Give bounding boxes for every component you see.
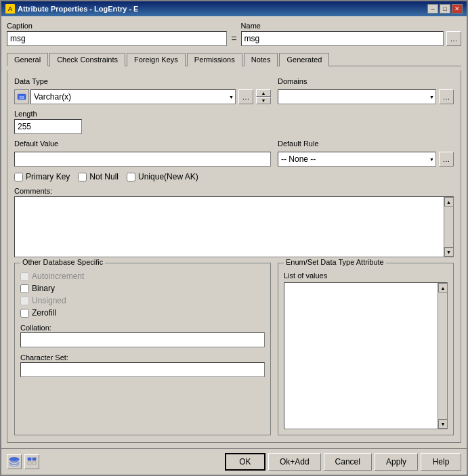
- minimize-button[interactable]: –: [427, 4, 438, 14]
- comments-wrapper: ▲ ▼: [14, 196, 454, 257]
- datatype-select[interactable]: Varchar(x): [30, 89, 236, 104]
- caption-input[interactable]: [7, 31, 227, 46]
- zerofill-item: Zerofill: [20, 308, 265, 318]
- title-bar: A Attribute Properties - LogEntry - E – …: [1, 1, 467, 16]
- caption-label: Caption: [7, 22, 227, 30]
- comments-scrollbar: ▲ ▼: [444, 197, 453, 257]
- datatype-browse-btn[interactable]: …: [238, 89, 253, 104]
- unique-checkbox[interactable]: [127, 173, 135, 181]
- help-button[interactable]: Help: [421, 453, 461, 471]
- maximize-button[interactable]: □: [440, 4, 450, 14]
- db-icon-btn[interactable]: [7, 454, 22, 469]
- default-rule-browse-btn[interactable]: …: [439, 152, 454, 167]
- equals-sign: =: [231, 33, 236, 44]
- data-type-label: Data Type: [14, 77, 271, 85]
- zerofill-label: Zerofill: [32, 308, 56, 318]
- other-db-title: Other Database Specific: [20, 258, 105, 266]
- svg-rect-6: [28, 462, 31, 464]
- svg-rect-4: [28, 458, 31, 460]
- scroll-track: [444, 207, 453, 247]
- close-button[interactable]: ✕: [452, 4, 463, 14]
- caption-name-row: Caption = Name …: [7, 22, 461, 46]
- enum-set-section: Enum/Set Data Type Attribute List of val…: [278, 263, 454, 435]
- domains-label: Domains: [278, 77, 454, 85]
- name-input[interactable]: [241, 31, 444, 46]
- scroll-down-btn[interactable]: ▼: [444, 247, 454, 257]
- window-icon: A: [5, 4, 15, 14]
- name-browse-button[interactable]: …: [446, 31, 461, 46]
- ok-add-button[interactable]: Ok+Add: [268, 453, 321, 471]
- svg-rect-7: [33, 462, 36, 464]
- tab-content-general: Data Type DB Varchar(x): [7, 70, 461, 443]
- datatype-icon: DB: [14, 89, 29, 104]
- comments-label: Comments:: [14, 187, 454, 195]
- collation-input[interactable]: [20, 332, 265, 347]
- defaults-row: Default Value Default Rule -- None -- …: [14, 139, 454, 167]
- bottom-bar: OK Ok+Add Cancel Apply Help: [1, 448, 467, 475]
- default-rule-row: -- None -- …: [278, 152, 454, 167]
- title-bar-left: A Attribute Properties - LogEntry - E: [5, 4, 138, 14]
- name-label: Name: [241, 22, 461, 30]
- window-title: Attribute Properties - LogEntry - E: [18, 5, 138, 13]
- list-scroll-up[interactable]: ▲: [438, 283, 448, 293]
- unsigned-label: Unsigned: [32, 296, 66, 305]
- ok-button[interactable]: OK: [225, 453, 265, 471]
- not-null-checkbox[interactable]: [78, 173, 87, 181]
- comments-area: Comments: ▲ ▼: [14, 187, 454, 257]
- autoincrement-item: Autoincrement: [20, 272, 265, 281]
- domains-row: …: [278, 89, 454, 104]
- list-scroll-track: [438, 293, 447, 419]
- not-null-label: Not Null: [89, 172, 119, 181]
- tab-generated[interactable]: Generated: [279, 53, 329, 66]
- cancel-button[interactable]: Cancel: [324, 453, 372, 471]
- grid-icon-btn[interactable]: [24, 454, 39, 469]
- charset-input[interactable]: [20, 362, 265, 377]
- svg-rect-5: [33, 458, 36, 460]
- binary-checkbox[interactable]: [20, 284, 29, 293]
- tab-check-constraints[interactable]: Check Constraints: [49, 53, 125, 66]
- default-value-input[interactable]: [14, 152, 271, 167]
- unique-item: Unique(New AK): [127, 172, 198, 181]
- default-rule-select[interactable]: -- None --: [278, 152, 436, 167]
- default-rule-select-wrapper[interactable]: -- None --: [278, 152, 436, 167]
- charset-group: Character Set:: [20, 353, 265, 377]
- checkboxes-row: Primary Key Not Null Unique(New AK): [14, 172, 454, 181]
- charset-label: Character Set:: [20, 353, 68, 362]
- tab-general[interactable]: General: [7, 53, 48, 66]
- list-scroll-down[interactable]: ▼: [438, 419, 448, 429]
- datatype-select-wrapper[interactable]: Varchar(x): [30, 89, 236, 104]
- primary-key-checkbox[interactable]: [14, 173, 23, 181]
- length-group: Length: [14, 110, 454, 134]
- svg-point-2: [9, 458, 19, 461]
- domains-browse-btn[interactable]: …: [439, 89, 454, 104]
- apply-button[interactable]: Apply: [375, 453, 418, 471]
- enum-set-title: Enum/Set Data Type Attribute: [284, 258, 386, 266]
- tab-permissions[interactable]: Permissions: [187, 53, 242, 66]
- unsigned-checkbox: [20, 297, 29, 305]
- comments-textarea[interactable]: [15, 197, 444, 257]
- lower-sections: Other Database Specific Autoincrement Bi…: [14, 263, 454, 435]
- tab-notes[interactable]: Notes: [244, 53, 278, 66]
- caption-group: Caption: [7, 22, 227, 46]
- bottom-right-buttons: OK Ok+Add Cancel Apply Help: [225, 453, 461, 471]
- length-input[interactable]: [14, 119, 82, 134]
- length-label: Length: [14, 110, 454, 118]
- default-value-label: Default Value: [14, 139, 271, 148]
- title-buttons: – □ ✕: [427, 4, 463, 14]
- datatype-down-btn[interactable]: ▼: [256, 97, 271, 104]
- default-rule-col: Default Rule -- None -- …: [278, 139, 454, 167]
- zerofill-checkbox[interactable]: [20, 309, 29, 318]
- data-type-row: DB Varchar(x) … ▲ ▼: [14, 89, 271, 104]
- list-of-values-label: List of values: [284, 272, 448, 280]
- bottom-left-buttons: [7, 454, 39, 469]
- datatype-up-btn[interactable]: ▲: [256, 89, 271, 97]
- content-area: Caption = Name … General Check Constrain…: [1, 16, 467, 448]
- domains-select-wrapper[interactable]: [278, 89, 436, 104]
- domains-select[interactable]: [278, 89, 436, 104]
- main-window: A Attribute Properties - LogEntry - E – …: [0, 0, 468, 476]
- enum-set-content: List of values ▲ ▼: [284, 272, 448, 429]
- tab-foreign-keys[interactable]: Foreign Keys: [127, 53, 186, 66]
- scroll-up-btn[interactable]: ▲: [444, 197, 454, 207]
- dtype-domains-row: Data Type DB Varchar(x): [14, 77, 454, 104]
- domains-col: Domains …: [278, 77, 454, 104]
